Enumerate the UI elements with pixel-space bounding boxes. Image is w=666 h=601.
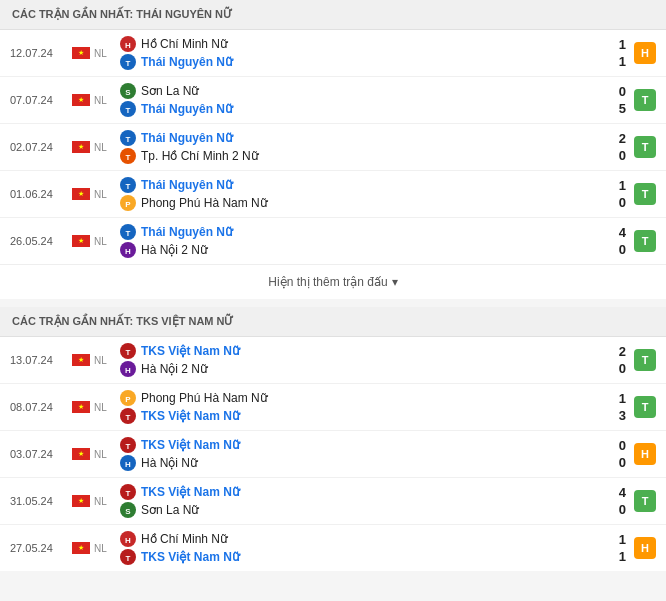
country-flag: [72, 188, 94, 200]
country-flag: [72, 94, 94, 106]
match-date: 26.05.24: [10, 235, 72, 247]
section-tks: CÁC TRẬN GẦN NHẤT: TKS VIỆT NAM NỮ 13.07…: [0, 307, 666, 571]
vietnam-flag-icon: [72, 47, 90, 59]
score1: 1: [619, 178, 626, 193]
match-row[interactable]: 07.07.24 NL S Sơn La Nữ T Thái Nguyên Nữ: [0, 77, 666, 124]
team1-logo-icon: T: [120, 437, 136, 453]
team2-logo-icon: P: [120, 195, 136, 211]
svg-text:T: T: [126, 413, 131, 422]
scores-column: 1 1: [596, 532, 626, 564]
svg-text:H: H: [125, 460, 131, 469]
match-row[interactable]: 13.07.24 NL T TKS Việt Nam Nữ H Hà Nội 2…: [0, 337, 666, 384]
tks-matches-list: 13.07.24 NL T TKS Việt Nam Nữ H Hà Nội 2…: [0, 337, 666, 571]
team1-name: TKS Việt Nam Nữ: [141, 344, 240, 358]
teams-column: S Sơn La Nữ T Thái Nguyên Nữ: [120, 83, 596, 117]
teams-column: T Thái Nguyên Nữ P Phong Phú Hà Nam Nữ: [120, 177, 596, 211]
league-label: NL: [94, 48, 120, 59]
league-label: NL: [94, 236, 120, 247]
match-row[interactable]: 01.06.24 NL T Thái Nguyên Nữ P Phong Phú…: [0, 171, 666, 218]
team1-name: Thái Nguyên Nữ: [141, 178, 233, 192]
score1: 2: [619, 131, 626, 146]
match-date: 13.07.24: [10, 354, 72, 366]
teams-column: T Thái Nguyên Nữ H Hà Nội 2 Nữ: [120, 224, 596, 258]
team2-logo-icon: H: [120, 361, 136, 377]
match-date: 02.07.24: [10, 141, 72, 153]
svg-text:T: T: [126, 489, 131, 498]
team1-row: T Thái Nguyên Nữ: [120, 130, 596, 146]
teams-column: T Thái Nguyên Nữ T Tp. Hồ Chí Minh 2 Nữ: [120, 130, 596, 164]
team2-logo-icon: S: [120, 502, 136, 518]
match-row[interactable]: 12.07.24 NL H Hồ Chí Minh Nữ T Thái Nguy…: [0, 30, 666, 77]
team2-name: Tp. Hồ Chí Minh 2 Nữ: [141, 149, 259, 163]
svg-text:T: T: [126, 229, 131, 238]
match-row[interactable]: 26.05.24 NL T Thái Nguyên Nữ H Hà Nội 2 …: [0, 218, 666, 264]
scores-column: 1 3: [596, 391, 626, 423]
team2-logo-icon: T: [120, 101, 136, 117]
section-tks-header: CÁC TRẬN GẦN NHẤT: TKS VIỆT NAM NỮ: [0, 307, 666, 337]
score2: 0: [619, 242, 626, 257]
team1-logo-icon: S: [120, 83, 136, 99]
match-date: 07.07.24: [10, 94, 72, 106]
match-date: 03.07.24: [10, 448, 72, 460]
team1-row: H Hồ Chí Minh Nữ: [120, 531, 596, 547]
team1-name: Phong Phú Hà Nam Nữ: [141, 391, 268, 405]
team2-row: T Thái Nguyên Nữ: [120, 101, 596, 117]
match-row[interactable]: 08.07.24 NL P Phong Phú Hà Nam Nữ T TKS …: [0, 384, 666, 431]
scores-column: 2 0: [596, 344, 626, 376]
team2-logo-icon: T: [120, 54, 136, 70]
team2-logo-icon: T: [120, 408, 136, 424]
team1-row: T TKS Việt Nam Nữ: [120, 484, 596, 500]
country-flag: [72, 542, 94, 554]
country-flag: [72, 141, 94, 153]
section-thai-nguyen: CÁC TRẬN GẦN NHẤT: THÁI NGUYÊN NỮ 12.07.…: [0, 0, 666, 299]
team2-logo-icon: T: [120, 549, 136, 565]
vietnam-flag-icon: [72, 235, 90, 247]
score2: 1: [619, 549, 626, 564]
result-badge: H: [634, 443, 656, 465]
svg-text:T: T: [126, 554, 131, 563]
score1: 1: [619, 37, 626, 52]
team1-name: Sơn La Nữ: [141, 84, 199, 98]
match-row[interactable]: 31.05.24 NL T TKS Việt Nam Nữ S Sơn La N…: [0, 478, 666, 525]
league-label: NL: [94, 496, 120, 507]
teams-column: T TKS Việt Nam Nữ H Hà Nội Nữ: [120, 437, 596, 471]
match-row[interactable]: 02.07.24 NL T Thái Nguyên Nữ T Tp. Hồ Ch…: [0, 124, 666, 171]
svg-text:T: T: [126, 182, 131, 191]
team2-logo-icon: H: [120, 242, 136, 258]
score2: 5: [619, 101, 626, 116]
show-more-button[interactable]: Hiện thị thêm trận đấu ▾: [0, 264, 666, 299]
svg-text:T: T: [126, 153, 131, 162]
team1-name: TKS Việt Nam Nữ: [141, 485, 240, 499]
country-flag: [72, 448, 94, 460]
team2-row: T TKS Việt Nam Nữ: [120, 549, 596, 565]
svg-text:H: H: [125, 247, 131, 256]
score1: 0: [619, 84, 626, 99]
team2-name: TKS Việt Nam Nữ: [141, 409, 240, 423]
thai-nguyen-matches-list: 12.07.24 NL H Hồ Chí Minh Nữ T Thái Nguy…: [0, 30, 666, 264]
team1-name: Hồ Chí Minh Nữ: [141, 37, 228, 51]
teams-column: P Phong Phú Hà Nam Nữ T TKS Việt Nam Nữ: [120, 390, 596, 424]
match-date: 01.06.24: [10, 188, 72, 200]
team2-row: H Hà Nội 2 Nữ: [120, 361, 596, 377]
scores-column: 1 0: [596, 178, 626, 210]
team2-logo-icon: T: [120, 148, 136, 164]
svg-text:H: H: [125, 41, 131, 50]
team1-logo-icon: T: [120, 130, 136, 146]
result-badge: T: [634, 490, 656, 512]
team1-name: Thái Nguyên Nữ: [141, 131, 233, 145]
team1-row: S Sơn La Nữ: [120, 83, 596, 99]
team2-name: Thái Nguyên Nữ: [141, 55, 233, 69]
match-row[interactable]: 03.07.24 NL T TKS Việt Nam Nữ H Hà Nội N…: [0, 431, 666, 478]
result-badge: H: [634, 42, 656, 64]
team1-logo-icon: T: [120, 224, 136, 240]
match-row[interactable]: 27.05.24 NL H Hồ Chí Minh Nữ T TKS Việt …: [0, 525, 666, 571]
team1-logo-icon: H: [120, 36, 136, 52]
team1-row: T TKS Việt Nam Nữ: [120, 437, 596, 453]
team2-row: T TKS Việt Nam Nữ: [120, 408, 596, 424]
vietnam-flag-icon: [72, 141, 90, 153]
result-badge: T: [634, 136, 656, 158]
svg-text:T: T: [126, 106, 131, 115]
team2-name: Hà Nội 2 Nữ: [141, 362, 208, 376]
team1-logo-icon: T: [120, 343, 136, 359]
svg-text:T: T: [126, 442, 131, 451]
